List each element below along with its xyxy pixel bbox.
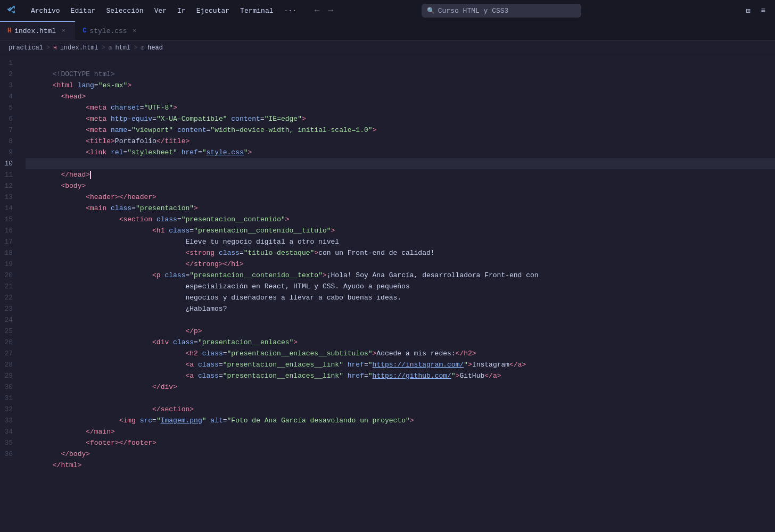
menu-ir[interactable]: Ir (173, 5, 190, 17)
more-button[interactable]: ≡ (758, 5, 769, 16)
ln-12: 12 (0, 180, 19, 192)
code-line-10: </head> (26, 158, 775, 169)
ln-35: 35 (0, 437, 19, 448)
ln-4: 4 (0, 91, 19, 102)
html-icon: H (53, 45, 57, 51)
code-line-3: <head> (26, 80, 775, 91)
ln-19: 19 (0, 259, 19, 270)
editor: 1 2 3 4 5 6 7 8 9 10 11 12 13 14 15 16 1… (0, 55, 775, 532)
ln-36: 36 (0, 448, 19, 460)
tab-css[interactable]: C style.css × (75, 21, 146, 40)
menu-ver[interactable]: Ver (150, 5, 171, 17)
ln-31: 31 (0, 393, 19, 404)
ln-10: 10 (0, 158, 19, 169)
ln-23: 23 (0, 303, 19, 314)
breadcrumb-sep2: > (102, 44, 105, 52)
nav-back-button[interactable]: ← (311, 5, 323, 16)
titlebar: Archivo Editar Selección Ver Ir Ejecutar… (0, 0, 775, 21)
nav-buttons: ← → (311, 5, 336, 16)
ln-6: 6 (0, 113, 19, 124)
breadcrumb: practica1 > H index.html > ◎ html > ◎ he… (0, 40, 775, 55)
ln-7: 7 (0, 124, 19, 136)
code-line-34: <footer></footer> (26, 426, 775, 437)
ln-15: 15 (0, 214, 19, 225)
menu-editar[interactable]: Editar (67, 5, 100, 17)
line-numbers: 1 2 3 4 5 6 7 8 9 10 11 12 13 14 15 16 1… (0, 55, 26, 532)
ln-24: 24 (0, 314, 19, 326)
vscode-logo-icon (6, 5, 16, 17)
ln-8: 8 (0, 136, 19, 147)
ln-29: 29 (0, 370, 19, 381)
css-file-icon: C (83, 27, 86, 35)
ln-2: 2 (0, 69, 19, 80)
breadcrumb-sep3: > (134, 44, 137, 52)
head-element-icon: ◎ (141, 44, 144, 51)
ln-27: 27 (0, 348, 19, 359)
layout-button[interactable]: ⊞ (743, 5, 753, 16)
code-line-12: <header></header> (26, 180, 775, 192)
ln-5: 5 (0, 102, 19, 113)
code-line-4: <meta charset="UTF-8"> (26, 91, 775, 102)
ln-25: 25 (0, 326, 19, 337)
code-line-24: </p> (26, 314, 775, 326)
html-element-icon: ◎ (109, 44, 112, 51)
ln-3: 3 (0, 80, 19, 91)
code-line-1: <!DOCTYPE html> (26, 57, 775, 69)
ln-21: 21 (0, 281, 19, 292)
ln-13: 13 (0, 192, 19, 203)
tab-bar: H index.html × C style.css × (0, 21, 775, 40)
tab-html[interactable]: H index.html × (0, 21, 75, 40)
code-line-36: </html> (26, 448, 775, 460)
breadcrumb-sep1: > (46, 44, 50, 52)
ln-26: 26 (0, 337, 19, 348)
search-bar[interactable]: 🔍 Curso HTML y CSS3 (422, 4, 581, 18)
ln-28: 28 (0, 359, 19, 370)
nav-forward-button[interactable]: → (325, 5, 337, 16)
ln-14: 14 (0, 203, 19, 214)
ln-18: 18 (0, 247, 19, 259)
menu-seleccion[interactable]: Selección (102, 5, 147, 17)
search-icon: 🔍 (427, 7, 435, 15)
tab-html-close[interactable]: × (59, 27, 68, 35)
ln-30: 30 (0, 381, 19, 393)
ln-1: 1 (0, 57, 19, 69)
titlebar-right: ⊞ ≡ (743, 5, 769, 16)
menu-archivo[interactable]: Archivo (27, 5, 64, 17)
tab-css-label: style.css (89, 27, 127, 35)
ln-33: 33 (0, 415, 19, 426)
breadcrumb-index-html[interactable]: index.html (60, 44, 98, 52)
ln-22: 22 (0, 292, 19, 303)
tab-css-close[interactable]: × (130, 27, 139, 35)
ln-11: 11 (0, 169, 19, 180)
menu-terminal[interactable]: Terminal (236, 5, 277, 17)
ln-16: 16 (0, 225, 19, 236)
ln-17: 17 (0, 236, 19, 247)
ln-9: 9 (0, 147, 19, 158)
html-file-icon: H (7, 27, 11, 35)
breadcrumb-head[interactable]: head (147, 44, 163, 52)
search-text: Curso HTML y CSS3 (438, 7, 509, 15)
breadcrumb-html[interactable]: html (115, 44, 130, 52)
code-line-31: </section> (26, 393, 775, 404)
ln-20: 20 (0, 270, 19, 281)
menu-more-dots[interactable]: ··· (280, 5, 301, 17)
menu-ejecutar[interactable]: Ejecutar (192, 5, 234, 17)
ln-32: 32 (0, 404, 19, 415)
breadcrumb-practica1[interactable]: practica1 (9, 44, 43, 52)
code-line-11: <body> (26, 169, 775, 180)
code-area[interactable]: <!DOCTYPE html> <html lang="es-mx"> <hea… (26, 55, 775, 532)
ln-34: 34 (0, 426, 19, 437)
code-line-2: <html lang="es-mx"> (26, 69, 775, 80)
tab-html-label: index.html (14, 27, 56, 35)
menu-bar: Archivo Editar Selección Ver Ir Ejecutar… (27, 5, 301, 17)
